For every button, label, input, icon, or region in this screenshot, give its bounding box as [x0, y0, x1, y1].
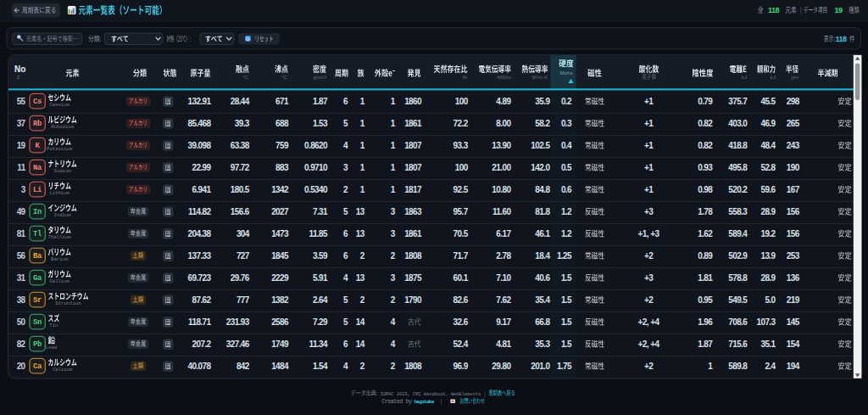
- svg-text:Calcium: Calcium: [53, 367, 73, 373]
- svg-text:11.85: 11.85: [309, 229, 329, 238]
- svg-text:137.33: 137.33: [188, 251, 212, 261]
- svg-text:52.8: 52.8: [760, 163, 776, 172]
- svg-text:°C: °C: [242, 74, 248, 80]
- svg-text:kJ: kJ: [771, 74, 776, 80]
- svg-text:0.4: 0.4: [561, 141, 572, 150]
- svg-text:+2, +4: +2, +4: [638, 339, 660, 349]
- svg-text:hagitaka: hagitaka: [414, 399, 434, 405]
- svg-text:82.6: 82.6: [453, 295, 469, 305]
- svg-text:+1: +1: [644, 141, 654, 150]
- svg-text:Created by: Created by: [381, 398, 412, 405]
- svg-text:|: |: [800, 6, 802, 14]
- svg-text:9.17: 9.17: [496, 317, 511, 327]
- svg-text:5.0: 5.0: [765, 295, 776, 305]
- svg-text:39.098: 39.098: [188, 141, 212, 150]
- svg-text:0.2: 0.2: [561, 97, 572, 106]
- svg-text:28.9: 28.9: [760, 207, 776, 216]
- svg-text:136: 136: [787, 273, 800, 283]
- svg-text:883: 883: [275, 163, 289, 172]
- svg-text:1.62: 1.62: [698, 229, 713, 238]
- svg-text:777: 777: [236, 295, 250, 305]
- svg-text:8.00: 8.00: [496, 119, 511, 128]
- svg-text:5.91: 5.91: [313, 273, 328, 283]
- svg-text:55: 55: [17, 97, 26, 106]
- svg-text:10.80: 10.80: [492, 185, 511, 194]
- svg-text:96.9: 96.9: [453, 362, 469, 371]
- svg-text:1382: 1382: [271, 295, 289, 305]
- svg-text:11.60: 11.60: [492, 207, 512, 216]
- svg-text:1.81: 1.81: [698, 273, 713, 283]
- svg-text:219: 219: [787, 295, 800, 305]
- svg-text:11: 11: [17, 163, 25, 172]
- svg-text:13.9: 13.9: [760, 251, 776, 261]
- svg-text:156: 156: [787, 207, 800, 216]
- svg-text:1.75: 1.75: [557, 362, 572, 371]
- svg-text:+2: +2: [644, 362, 654, 371]
- svg-text:1807: 1807: [404, 141, 422, 150]
- svg-text:Ca: Ca: [33, 362, 42, 371]
- svg-text:+2: +2: [644, 251, 654, 261]
- svg-text:Lithium: Lithium: [49, 190, 70, 196]
- svg-text:37: 37: [17, 119, 26, 128]
- svg-text:298: 298: [787, 97, 800, 106]
- svg-text:81: 81: [17, 229, 26, 238]
- svg-text:6.941: 6.941: [192, 185, 211, 194]
- svg-text:W/m·K: W/m·K: [532, 74, 549, 80]
- svg-text:7.29: 7.29: [313, 317, 328, 327]
- svg-text:28.9: 28.9: [760, 273, 776, 283]
- svg-text:1808: 1808: [404, 251, 422, 261]
- svg-text:13: 13: [356, 229, 365, 238]
- svg-text:180.5: 180.5: [231, 185, 250, 194]
- svg-text:243: 243: [787, 141, 800, 150]
- svg-text:Rb: Rb: [33, 120, 42, 128]
- svg-text:56: 56: [17, 251, 26, 261]
- svg-text:253: 253: [787, 251, 800, 261]
- svg-text:265: 265: [787, 119, 800, 128]
- svg-text:60.1: 60.1: [453, 273, 469, 283]
- svg-text:558.3: 558.3: [728, 207, 748, 216]
- svg-text:1845: 1845: [271, 251, 289, 261]
- svg-text:+1: +1: [644, 185, 654, 194]
- svg-text:1.25: 1.25: [557, 251, 572, 261]
- svg-text:Z: Z: [17, 74, 20, 80]
- svg-text:No: No: [14, 64, 25, 74]
- svg-text:167: 167: [787, 185, 800, 194]
- svg-text:1790: 1790: [404, 295, 422, 305]
- svg-text:40.078: 40.078: [188, 362, 212, 371]
- svg-text:1342: 1342: [271, 185, 289, 194]
- svg-text:304: 304: [236, 229, 250, 238]
- svg-text:1.54: 1.54: [313, 362, 328, 371]
- svg-text:48.4: 48.4: [760, 141, 776, 150]
- svg-text:0.82: 0.82: [698, 141, 713, 150]
- svg-text:190: 190: [787, 163, 800, 172]
- svg-text:g/cm³: g/cm³: [314, 74, 326, 80]
- svg-text:Lead: Lead: [46, 345, 57, 351]
- svg-text:Tl: Tl: [33, 230, 42, 238]
- svg-text:69.723: 69.723: [188, 273, 212, 283]
- svg-text:1808: 1808: [404, 362, 422, 371]
- svg-text:46.9: 46.9: [760, 119, 776, 128]
- svg-text:327.46: 327.46: [226, 339, 250, 349]
- svg-text:+2, +4: +2, +4: [638, 317, 660, 327]
- svg-text:1.2: 1.2: [561, 229, 572, 238]
- svg-text:84.8: 84.8: [535, 185, 550, 194]
- svg-text:In: In: [33, 208, 42, 216]
- svg-text:0.9710: 0.9710: [304, 163, 328, 172]
- svg-text:715.6: 715.6: [728, 339, 748, 349]
- svg-text:Ba: Ba: [33, 252, 42, 261]
- svg-text:6.17: 6.17: [496, 229, 511, 238]
- svg-text:403.0: 403.0: [728, 119, 748, 128]
- svg-text:118.71: 118.71: [188, 317, 211, 327]
- svg-text:0.3: 0.3: [561, 119, 572, 128]
- svg-text:1484: 1484: [271, 362, 289, 371]
- svg-text:40.6: 40.6: [535, 273, 550, 283]
- svg-text:0.8620: 0.8620: [304, 141, 328, 150]
- svg-text:118: 118: [835, 35, 847, 43]
- svg-text:708.6: 708.6: [728, 317, 748, 327]
- svg-text:K: K: [36, 142, 41, 150]
- svg-text:2586: 2586: [271, 317, 289, 327]
- svg-text:Mohs: Mohs: [559, 70, 572, 76]
- svg-text:Strontium: Strontium: [55, 300, 81, 306]
- svg-text:107.3: 107.3: [756, 317, 776, 327]
- svg-text:+3: +3: [644, 207, 654, 216]
